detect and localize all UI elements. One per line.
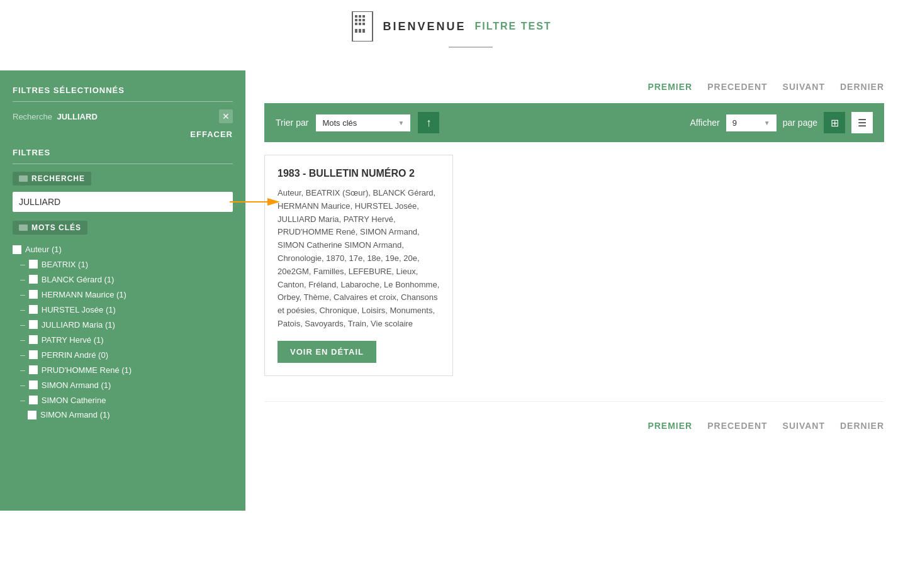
checkbox-simon-catherine[interactable]	[29, 396, 38, 404]
checkbox-auteur[interactable]	[13, 245, 21, 254]
svg-rect-7	[355, 23, 357, 25]
card-title: 1983 - BULLETIN NUMÉRO 2	[278, 168, 440, 179]
checkbox-blanck[interactable]	[29, 275, 38, 284]
view-grid-button[interactable]: ⊞	[824, 112, 845, 133]
sidebar-divider-2	[13, 164, 233, 164]
voir-detail-button[interactable]: VOIR EN DÉTAIL	[278, 341, 376, 363]
svg-rect-5	[359, 19, 361, 21]
svg-rect-8	[359, 23, 361, 25]
svg-rect-1	[355, 15, 357, 18]
header-link[interactable]: FILTRE TEST	[474, 21, 551, 32]
filter-item-hurstel[interactable]: – HURSTEL Josée (1)	[13, 302, 233, 317]
afficher-label: Afficher	[690, 118, 720, 128]
sidebar: FILTRES SÉLECTIONNÉS Recherche JULLIARD …	[0, 70, 245, 511]
content-area: PREMIER PRECEDENT SUIVANT DERNIER Trier …	[245, 70, 903, 511]
per-page-arrow-icon: ▼	[764, 119, 770, 126]
sort-direction-button[interactable]: ↑	[418, 112, 439, 133]
header: BIENVENUE FILTRE TEST	[0, 0, 903, 52]
filter-item-simon-catherine[interactable]: – SIMON Catherine	[13, 392, 233, 408]
recherche-badge: RECHERCHE	[13, 172, 91, 186]
card-body: Auteur, BEATRIX (Sœur), BLANCK Gérard, H…	[278, 187, 440, 331]
toolbar-right: Afficher 9 ▼ par page ⊞ ☰	[690, 112, 873, 133]
par-page-label: par page	[783, 118, 817, 128]
svg-rect-6	[362, 19, 365, 21]
checkbox-beatrix[interactable]	[29, 260, 38, 269]
filter-item-beatrix[interactable]: – BEATRIX (1)	[13, 257, 233, 272]
filter-item-simon-armand-sub[interactable]: SIMON Armand (1)	[13, 408, 233, 422]
checkbox-patry[interactable]	[29, 335, 38, 344]
card-1: 1983 - BULLETIN NUMÉRO 2 Auteur, BEATRIX…	[264, 155, 453, 376]
pagination-bottom: PREMIER PRECEDENT SUIVANT DERNIER	[264, 401, 884, 437]
svg-rect-10	[355, 29, 357, 33]
premier-top-button[interactable]: PREMIER	[648, 82, 692, 92]
sidebar-section-title: FILTRES SÉLECTIONNÉS	[13, 86, 233, 95]
search-input[interactable]	[13, 192, 233, 212]
pagination-top: PREMIER PRECEDENT SUIVANT DERNIER	[264, 70, 884, 103]
filter-item-perrin[interactable]: – PERRIN André (0)	[13, 347, 233, 362]
search-clear-button[interactable]: ✕	[219, 109, 233, 123]
filter-item-simon-armand[interactable]: – SIMON Armand (1)	[13, 377, 233, 392]
filtres-title: FILTRES	[13, 148, 233, 157]
search-arrow-icon	[230, 194, 280, 209]
checkbox-prudhomme[interactable]	[29, 365, 38, 374]
suivant-bottom-button[interactable]: SUIVANT	[783, 421, 825, 431]
precedent-top-button[interactable]: PRECEDENT	[707, 82, 767, 92]
filter-list: Auteur (1) – BEATRIX (1) – BLANCK Gérard…	[13, 242, 233, 422]
filter-item-auteur[interactable]: Auteur (1)	[13, 242, 233, 257]
svg-rect-2	[359, 15, 361, 18]
per-page-value: 9	[732, 118, 737, 128]
svg-rect-11	[359, 29, 361, 33]
svg-rect-4	[355, 19, 357, 21]
dernier-bottom-button[interactable]: DERNIER	[840, 421, 884, 431]
effacer-button[interactable]: EFFACER	[13, 130, 233, 139]
mots-cles-badge: MOTS CLÉS	[13, 221, 87, 235]
svg-rect-12	[362, 29, 365, 33]
svg-marker-14	[267, 198, 280, 206]
svg-rect-9	[362, 23, 365, 25]
search-label: Recherche JULLIARD	[13, 112, 98, 121]
logo-icon	[351, 11, 374, 42]
checkbox-hermann[interactable]	[29, 290, 38, 299]
filter-item-prudhomme[interactable]: – PRUD'HOMME René (1)	[13, 362, 233, 377]
checkbox-hurstel[interactable]	[29, 305, 38, 314]
dernier-top-button[interactable]: DERNIER	[840, 82, 884, 92]
suivant-top-button[interactable]: SUIVANT	[783, 82, 825, 92]
svg-rect-3	[362, 15, 365, 18]
cards-area: 1983 - BULLETIN NUMÉRO 2 Auteur, BEATRIX…	[264, 155, 884, 376]
checkbox-julliard[interactable]	[29, 320, 38, 329]
sort-select[interactable]: Mots clés ▼	[316, 114, 410, 131]
premier-bottom-button[interactable]: PREMIER	[648, 421, 692, 431]
checkbox-simon-armand[interactable]	[29, 380, 38, 389]
precedent-bottom-button[interactable]: PRECEDENT	[707, 421, 767, 431]
per-page-select[interactable]: 9 ▼	[726, 114, 777, 131]
filter-item-blanck[interactable]: – BLANCK Gérard (1)	[13, 272, 233, 287]
header-underline	[449, 47, 493, 48]
toolbar: Trier par Mots clés ▼ ↑ Afficher 9 ▼ par…	[264, 103, 884, 142]
filter-item-hermann[interactable]: – HERMANN Maurice (1)	[13, 287, 233, 302]
search-value-display: JULLIARD	[57, 112, 98, 121]
checkbox-perrin[interactable]	[29, 350, 38, 359]
sidebar-divider-1	[13, 101, 233, 102]
sort-arrow-icon: ▼	[398, 119, 404, 126]
filter-item-patry[interactable]: – PATRY Hervé (1)	[13, 332, 233, 347]
trier-label: Trier par	[276, 118, 308, 128]
checkbox-simon-armand-sub[interactable]	[28, 411, 36, 419]
header-title: BIENVENUE	[383, 20, 466, 33]
filter-item-julliard[interactable]: – JULLIARD Maria (1)	[13, 317, 233, 332]
view-list-button[interactable]: ☰	[851, 112, 873, 133]
sort-value: Mots clés	[322, 118, 357, 128]
